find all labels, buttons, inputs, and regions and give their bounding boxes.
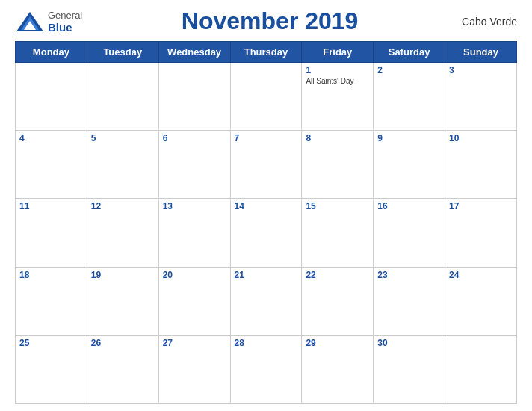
day-number: 29 xyxy=(306,338,369,348)
calendar-day-cell: 28 xyxy=(230,335,302,403)
day-number: 19 xyxy=(91,270,155,280)
calendar-day-cell: 4 xyxy=(16,131,87,199)
day-number: 28 xyxy=(235,338,298,348)
calendar-day-cell: 6 xyxy=(158,131,230,199)
calendar-day-cell: 9 xyxy=(374,131,445,199)
calendar-day-cell: 15 xyxy=(302,199,374,267)
calendar-week-row: 11121314151617 xyxy=(16,199,517,267)
calendar-day-cell: 3 xyxy=(445,63,517,131)
calendar-day-cell: 22 xyxy=(302,267,374,335)
calendar-table: MondayTuesdayWednesdayThursdayFridaySatu… xyxy=(15,41,517,404)
calendar-day-cell: 24 xyxy=(445,267,517,335)
day-number: 6 xyxy=(163,133,226,143)
weekday-header: Friday xyxy=(302,42,374,63)
calendar-day-cell: 11 xyxy=(16,199,87,267)
calendar-day-cell: 14 xyxy=(230,199,302,267)
calendar-day-cell: 1All Saints' Day xyxy=(302,63,374,131)
calendar-day-cell: 2 xyxy=(374,63,445,131)
calendar-week-row: 252627282930 xyxy=(16,335,517,403)
day-number: 10 xyxy=(449,133,513,143)
calendar-day-cell: 26 xyxy=(87,335,158,403)
calendar-header: General Blue November 2019 Cabo Verde xyxy=(15,7,517,35)
calendar-day-cell: 12 xyxy=(87,199,158,267)
day-number: 12 xyxy=(91,201,155,211)
weekday-header: Sunday xyxy=(445,42,517,63)
calendar-day-cell: 30 xyxy=(374,335,445,403)
calendar-day-cell: 25 xyxy=(16,335,87,403)
day-number: 15 xyxy=(306,201,369,211)
calendar-day-cell: 10 xyxy=(445,131,517,199)
day-event: All Saints' Day xyxy=(306,77,369,85)
day-number: 13 xyxy=(163,201,226,211)
weekday-header: Tuesday xyxy=(87,42,158,63)
logo: General Blue xyxy=(15,10,82,34)
day-number: 14 xyxy=(235,201,298,211)
day-number: 23 xyxy=(377,270,441,280)
calendar-day-cell: 16 xyxy=(374,199,445,267)
calendar-day-cell: 5 xyxy=(87,131,158,199)
day-number: 17 xyxy=(449,201,513,211)
logo-blue: Blue xyxy=(48,21,82,34)
month-title: November 2019 xyxy=(82,7,457,35)
day-number: 21 xyxy=(235,270,298,280)
day-number: 24 xyxy=(449,270,513,280)
calendar-day-cell: 8 xyxy=(302,131,374,199)
calendar-day-cell xyxy=(87,63,158,131)
calendar-day-cell: 7 xyxy=(230,131,302,199)
day-number: 5 xyxy=(91,133,155,143)
day-number: 8 xyxy=(306,133,369,143)
calendar-day-cell xyxy=(445,335,517,403)
day-number: 9 xyxy=(377,133,441,143)
day-number: 27 xyxy=(163,338,226,348)
calendar-day-cell xyxy=(16,63,87,131)
day-number: 26 xyxy=(91,338,155,348)
day-number: 25 xyxy=(19,338,83,348)
day-number: 4 xyxy=(19,133,83,143)
calendar-day-cell: 27 xyxy=(158,335,230,403)
day-number: 7 xyxy=(235,133,298,143)
calendar-day-cell: 19 xyxy=(87,267,158,335)
day-number: 20 xyxy=(163,270,226,280)
calendar-week-row: 18192021222324 xyxy=(16,267,517,335)
weekday-header: Monday xyxy=(16,42,87,63)
logo-text: General Blue xyxy=(48,10,82,34)
logo-icon xyxy=(15,10,45,33)
day-number: 1 xyxy=(306,65,369,75)
day-number: 18 xyxy=(19,270,83,280)
calendar-day-cell: 29 xyxy=(302,335,374,403)
calendar-day-cell: 18 xyxy=(16,267,87,335)
day-number: 30 xyxy=(377,338,441,348)
weekday-header-row: MondayTuesdayWednesdayThursdayFridaySatu… xyxy=(16,42,517,63)
calendar-day-cell xyxy=(158,63,230,131)
day-number: 16 xyxy=(377,201,441,211)
logo-general: General xyxy=(48,10,82,21)
calendar-day-cell: 23 xyxy=(374,267,445,335)
day-number: 11 xyxy=(19,201,83,211)
weekday-header: Thursday xyxy=(230,42,302,63)
calendar-week-row: 1All Saints' Day23 xyxy=(16,63,517,131)
weekday-header: Wednesday xyxy=(158,42,230,63)
calendar-day-cell: 13 xyxy=(158,199,230,267)
day-number: 3 xyxy=(449,65,513,75)
calendar-day-cell: 21 xyxy=(230,267,302,335)
day-number: 2 xyxy=(377,65,441,75)
weekday-header: Saturday xyxy=(374,42,445,63)
calendar-day-cell: 17 xyxy=(445,199,517,267)
day-number: 22 xyxy=(306,270,369,280)
calendar-day-cell: 20 xyxy=(158,267,230,335)
calendar-week-row: 45678910 xyxy=(16,131,517,199)
calendar-day-cell xyxy=(230,63,302,131)
country-label: Cabo Verde xyxy=(457,16,517,28)
